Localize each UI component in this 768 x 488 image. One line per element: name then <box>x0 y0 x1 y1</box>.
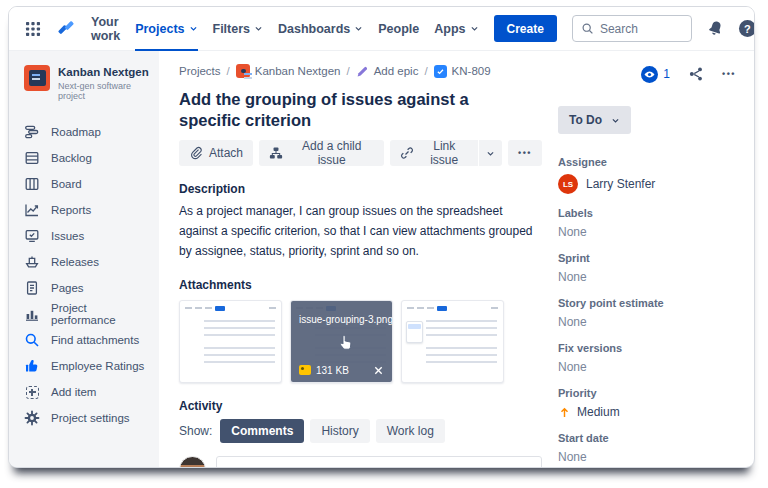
sidebar-item-releases[interactable]: Releases <box>24 249 151 275</box>
sidebar-item-label: Employee Ratings <box>51 360 144 372</box>
project-avatar <box>24 65 50 91</box>
task-type-icon <box>434 65 447 78</box>
sidebar-item-project-performance[interactable]: Project performance <box>24 301 151 327</box>
issue-title: Add the grouping of issues against a spe… <box>179 89 529 131</box>
attachment-list: issue-grouping-3.png 131 KB <box>179 300 542 383</box>
nav-filters[interactable]: Filters <box>213 7 264 51</box>
gear-icon <box>24 410 40 426</box>
sidebar-item-add-item[interactable]: Add item <box>24 379 151 405</box>
create-button[interactable]: Create <box>494 15 557 42</box>
sidebar-item-find-attachments[interactable]: Find attachments <box>24 327 151 353</box>
issue-actions: Attach Add a child issue Link issue <box>179 140 542 166</box>
sidebar-item-label: Add item <box>51 386 96 398</box>
link-issue-dropdown-button[interactable] <box>479 140 502 166</box>
breadcrumb-separator: / <box>227 65 230 77</box>
board-icon <box>24 176 40 192</box>
jira-logo-icon[interactable] <box>56 19 76 39</box>
sidebar-item-label: Roadmap <box>51 126 101 138</box>
attach-label: Attach <box>209 146 243 160</box>
attachment-thumbnail-2-hovered[interactable]: issue-grouping-3.png 131 KB <box>290 300 393 383</box>
attach-button[interactable]: Attach <box>179 140 253 166</box>
breadcrumb-projects[interactable]: Projects <box>179 65 221 77</box>
chevron-down-icon <box>470 24 479 33</box>
sidebar-item-issues[interactable]: Issues <box>24 223 151 249</box>
sprint-value[interactable]: None <box>558 270 740 284</box>
eye-watch-icon <box>641 66 658 83</box>
assignee-value[interactable]: LS Larry Stenfer <box>558 174 740 194</box>
sidebar-item-label: Find attachments <box>51 334 139 346</box>
sidebar-item-label: Project performance <box>51 302 151 326</box>
nav-apps[interactable]: Apps <box>434 7 478 51</box>
sidebar-item-backlog[interactable]: Backlog <box>24 145 151 171</box>
sidebar-item-reports[interactable]: Reports <box>24 197 151 223</box>
breadcrumb-issue-key[interactable]: KN-809 <box>434 65 491 78</box>
sidebar-item-employee-ratings[interactable]: Employee Ratings <box>24 353 151 379</box>
paperclip-icon <box>189 146 203 160</box>
add-child-issue-button[interactable]: Add a child issue <box>259 140 384 166</box>
watcher-count: 1 <box>663 67 670 81</box>
roadmap-icon <box>24 124 40 140</box>
sidebar-item-pages[interactable]: Pages <box>24 275 151 301</box>
sidebar-item-roadmap[interactable]: Roadmap <box>24 119 151 145</box>
link-issue-split-button: Link issue <box>390 140 502 166</box>
issue-details-panel: 1 ••• To Do Assignee LS Larry Stenfer <box>558 64 740 468</box>
issues-icon <box>24 228 40 244</box>
status-dropdown[interactable]: To Do <box>558 106 631 134</box>
thumbnail-skeleton <box>426 347 497 367</box>
thumbnail-skeleton <box>426 320 497 340</box>
fix-versions-value[interactable]: None <box>558 360 740 374</box>
project-header[interactable]: Kanban Nextgen Next-gen software project <box>24 65 151 101</box>
search-box[interactable] <box>572 15 692 42</box>
delete-attachment-icon[interactable] <box>373 365 384 376</box>
priority-value[interactable]: Medium <box>558 405 740 419</box>
nav-people[interactable]: People <box>378 7 419 51</box>
comment-box[interactable] <box>216 456 542 468</box>
sidebar-item-project-settings[interactable]: Project settings <box>24 405 151 431</box>
estimate-value[interactable]: None <box>558 315 740 329</box>
breadcrumb-separator: / <box>424 65 427 77</box>
breadcrumb-label: Add epic <box>374 65 419 77</box>
labels-value[interactable]: None <box>558 225 740 239</box>
activity-heading: Activity <box>179 399 542 413</box>
breadcrumb-epic[interactable]: Add epic <box>356 65 419 78</box>
tab-comments[interactable]: Comments <box>220 419 304 443</box>
epic-pencil-icon <box>356 65 369 78</box>
field-label: Start date <box>558 432 740 444</box>
breadcrumb-label: Projects <box>179 65 221 77</box>
thumbnail-skeleton <box>204 320 275 340</box>
more-options-icon[interactable]: ••• <box>722 69 736 79</box>
nav-projects[interactable]: Projects <box>135 7 197 51</box>
app-switcher-icon[interactable] <box>25 21 41 37</box>
add-child-label: Add a child issue <box>289 139 374 167</box>
field-sprint: Sprint None <box>558 252 740 284</box>
search-input[interactable] <box>600 22 683 36</box>
start-date-value[interactable]: None <box>558 450 740 464</box>
field-label: Assignee <box>558 156 740 168</box>
tab-work-log[interactable]: Work log <box>376 419 445 443</box>
nav-label: Projects <box>135 22 184 36</box>
more-actions-button[interactable]: ••• <box>508 140 542 166</box>
watchers-control[interactable]: 1 <box>641 66 670 83</box>
sidebar-item-label: Issues <box>51 230 84 242</box>
bar-chart-icon <box>24 306 40 322</box>
comment-input[interactable] <box>227 465 531 468</box>
attachment-thumbnail-3[interactable] <box>401 300 504 383</box>
status-label: To Do <box>569 113 602 127</box>
description-text[interactable]: As a project manager, I can group issues… <box>179 202 535 261</box>
project-type: Next-gen software project <box>58 81 151 101</box>
nav-your-work[interactable]: Your work <box>91 7 120 51</box>
notifications-bell-icon[interactable] <box>707 20 724 37</box>
sidebar-item-label: Project settings <box>51 412 130 424</box>
help-icon[interactable]: ? <box>739 20 755 37</box>
sidebar-item-label: Backlog <box>51 152 92 164</box>
share-icon[interactable] <box>688 66 704 82</box>
description-heading: Description <box>179 182 542 196</box>
breadcrumb-project[interactable]: Kanban Nextgen <box>236 64 341 78</box>
sidebar-item-board[interactable]: Board <box>24 171 151 197</box>
tab-history[interactable]: History <box>310 419 369 443</box>
link-issue-button[interactable]: Link issue <box>390 140 478 166</box>
field-fix-versions: Fix versions None <box>558 342 740 374</box>
nav-dashboards[interactable]: Dashboards <box>278 7 363 51</box>
attachment-thumbnail-1[interactable] <box>179 300 282 383</box>
nav-label: People <box>378 22 419 36</box>
